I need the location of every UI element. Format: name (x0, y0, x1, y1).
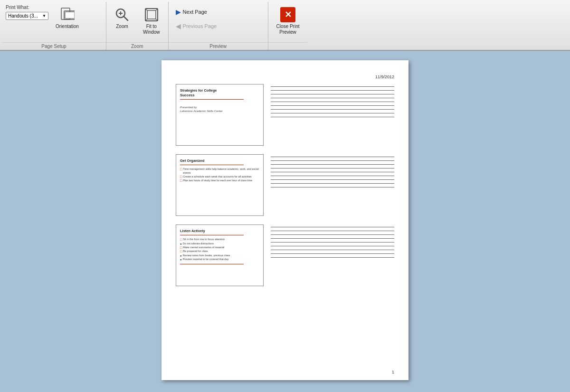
slide2-title: Get Organized (180, 159, 259, 163)
page-setup-group: Print What: Handouts (3... ▼ Orientation (2, 2, 106, 50)
zoom-group: Zoom Fit toWindow Zoom (106, 2, 169, 50)
previous-page-icon: ◀ (176, 22, 181, 30)
slide3-bullet-6: ● Preview material to be covered that da… (180, 258, 259, 261)
next-page-button[interactable]: ▶ Next Page (172, 6, 210, 18)
note-line (271, 172, 394, 172)
note-line (271, 157, 394, 157)
notes-area-3 (271, 224, 394, 258)
slide2-bullet-3: □ Plan two hours of study time for each … (180, 179, 259, 183)
note-line (271, 238, 394, 239)
slide3-red-line (180, 235, 244, 236)
fit-to-window-label: Fit toWindow (143, 24, 160, 35)
main-area: 11/9/2012 Strategies for CollegeSuccess … (0, 51, 570, 392)
handouts-value: Handouts (3... (8, 13, 40, 19)
dropdown-arrow-icon: ▼ (42, 14, 46, 18)
note-line (271, 250, 394, 250)
zoom-icon (114, 7, 130, 22)
note-line (271, 227, 394, 227)
note-line (271, 98, 394, 98)
handouts-dropdown[interactable]: Handouts (3... ▼ (6, 12, 48, 20)
note-line (271, 176, 394, 176)
slide3-bullet-2: ● Do not tolerate distractions (180, 242, 259, 246)
slide3-bullet-5: ● Review notes from books, previous clas… (180, 254, 259, 258)
svg-line-4 (124, 16, 128, 20)
close-icon: ✕ (280, 7, 295, 22)
previous-page-label: Previous Page (183, 23, 217, 29)
svg-rect-2 (65, 12, 75, 19)
fit-to-window-icon (144, 7, 159, 22)
handout-row-1: Strategies for CollegeSuccess Presented … (176, 84, 394, 146)
slide2-red-line (180, 165, 244, 166)
fit-to-window-button[interactable]: Fit toWindow (139, 5, 164, 37)
close-group-label-bar: . (268, 42, 308, 50)
slide-thumb-1: Strategies for CollegeSuccess Presented … (176, 84, 264, 146)
slide2-bullet-2: □ Create a schedule each week that accou… (180, 175, 259, 179)
next-page-icon: ▶ (176, 8, 181, 16)
preview-group: ▶ Next Page ◀ Previous Page Preview (169, 2, 268, 50)
note-line (271, 234, 394, 235)
slide-thumb-2: Get Organized □ Time management skills h… (176, 154, 264, 216)
note-line (271, 160, 394, 161)
note-line (271, 187, 394, 187)
close-print-preview-button[interactable]: ✕ Close PrintPreview (272, 5, 304, 37)
note-line (271, 253, 394, 254)
page-setup-label: Page Setup (2, 42, 106, 50)
preview-label-bar: Preview (169, 42, 268, 50)
note-line (271, 168, 394, 168)
slide1-subtitle1: Presented by (180, 106, 259, 110)
handout-row-3: Listen Actively □ Sit in the front row t… (176, 224, 394, 286)
note-line (271, 183, 394, 184)
note-line (271, 109, 394, 110)
note-line (271, 257, 394, 258)
zoom-label-bar: Zoom (106, 42, 168, 50)
orientation-icon (59, 7, 75, 22)
slide3-bullet-4: □ Be prepared for class (180, 250, 259, 253)
orientation-label: Orientation (56, 24, 79, 29)
slide3-bullet-1: □ Sit in the front row to focus attentio… (180, 238, 259, 242)
note-line (271, 242, 394, 243)
note-line (271, 246, 394, 246)
notes-area-1 (271, 84, 394, 117)
note-line (271, 117, 394, 117)
notes-area-2 (271, 154, 394, 187)
note-line (271, 86, 394, 87)
slide-thumb-3: Listen Actively □ Sit in the front row t… (176, 224, 264, 286)
svg-rect-8 (147, 10, 156, 19)
paper: 11/9/2012 Strategies for CollegeSuccess … (162, 60, 408, 380)
note-line (271, 105, 394, 106)
note-line (271, 179, 394, 180)
slide3-bullet-3: □ Make mental summaries of material (180, 246, 259, 250)
toolbar: Print What: Handouts (3... ▼ Orientation (0, 0, 570, 51)
slide3-title: Listen Actively (180, 229, 259, 233)
slide3-bottom-red-line (180, 264, 244, 265)
paper-date: 11/9/2012 (176, 75, 394, 79)
note-line (271, 90, 394, 91)
close-preview-group: ✕ Close PrintPreview . (268, 2, 308, 50)
slide2-bullet-1: □ Time management skills help balance ac… (180, 168, 259, 175)
note-line (271, 94, 394, 94)
zoom-button[interactable]: Zoom (110, 5, 134, 32)
handout-row-2: Get Organized □ Time management skills h… (176, 154, 394, 216)
previous-page-button[interactable]: ◀ Previous Page (172, 20, 220, 32)
print-what-label: Print What: (6, 5, 29, 10)
note-line (271, 102, 394, 102)
note-line (271, 231, 394, 231)
slide1-subtitle2: Lakemore Academic Skills Center (180, 110, 259, 113)
zoom-label: Zoom (116, 24, 128, 29)
slide1-title: Strategies for CollegeSuccess (180, 88, 259, 98)
page-number: 1 (392, 370, 394, 374)
close-print-preview-label: Close PrintPreview (276, 24, 300, 35)
note-line (271, 113, 394, 113)
slide1-red-line (180, 99, 244, 100)
note-line (271, 164, 394, 165)
orientation-button[interactable]: Orientation (51, 5, 83, 32)
next-page-label: Next Page (183, 9, 207, 15)
